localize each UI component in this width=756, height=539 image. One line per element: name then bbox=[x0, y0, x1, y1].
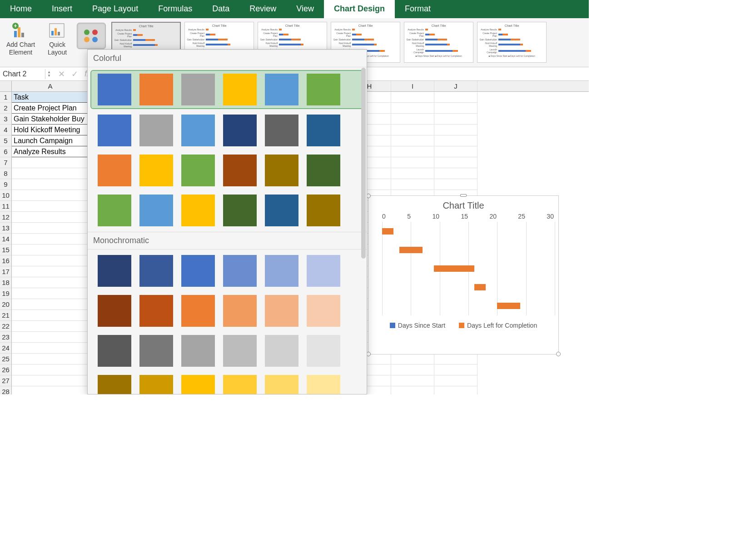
row-header[interactable]: 23 bbox=[0, 332, 12, 343]
color-scheme-option[interactable] bbox=[88, 372, 367, 394]
cell[interactable] bbox=[434, 354, 477, 364]
tab-insert[interactable]: Insert bbox=[42, 0, 82, 18]
chart-bar[interactable] bbox=[497, 303, 520, 309]
cell[interactable] bbox=[12, 299, 89, 310]
cell[interactable] bbox=[434, 103, 477, 114]
embedded-chart[interactable]: Chart Title 051015202530 Days Since Star… bbox=[368, 195, 559, 354]
cell[interactable] bbox=[12, 266, 89, 277]
cell[interactable] bbox=[12, 245, 89, 255]
row-header[interactable]: 13 bbox=[0, 223, 12, 234]
cell[interactable] bbox=[12, 223, 89, 234]
row-header[interactable]: 9 bbox=[0, 179, 12, 190]
cancel-formula-icon[interactable]: ✕ bbox=[58, 69, 65, 79]
row-header[interactable]: 12 bbox=[0, 212, 12, 223]
cell[interactable] bbox=[12, 212, 89, 223]
cell[interactable] bbox=[434, 364, 477, 375]
cell[interactable]: Gain Stakeholder Buy bbox=[12, 114, 89, 125]
col-header-A[interactable]: A bbox=[12, 81, 89, 91]
color-scheme-option[interactable] bbox=[88, 192, 367, 229]
row-header[interactable]: 6 bbox=[0, 146, 12, 157]
tab-data[interactable]: Data bbox=[202, 0, 239, 18]
cell[interactable] bbox=[434, 114, 477, 125]
row-header[interactable]: 14 bbox=[0, 234, 12, 245]
row-header[interactable]: 18 bbox=[0, 277, 12, 288]
row-header[interactable]: 17 bbox=[0, 266, 12, 277]
name-box[interactable]: Chart 2 bbox=[0, 69, 45, 79]
row-header[interactable]: 4 bbox=[0, 125, 12, 135]
cell[interactable] bbox=[12, 354, 89, 364]
cell[interactable] bbox=[434, 179, 477, 190]
row-header[interactable]: 15 bbox=[0, 245, 12, 255]
row-header[interactable]: 21 bbox=[0, 310, 12, 321]
cell[interactable] bbox=[391, 364, 434, 375]
chart-style-option[interactable]: Chart TitleAnalyze ResultsCreate Project… bbox=[477, 22, 547, 63]
cell[interactable] bbox=[12, 157, 89, 168]
select-all-corner[interactable] bbox=[0, 81, 12, 91]
add-chart-element-button[interactable]: + Add Chart Element bbox=[5, 21, 37, 57]
cell[interactable] bbox=[12, 179, 89, 190]
row-header[interactable]: 26 bbox=[0, 364, 12, 375]
cell[interactable]: Hold Kickoff Meeting bbox=[12, 125, 89, 135]
row-header[interactable]: 16 bbox=[0, 255, 12, 266]
chart-bar[interactable] bbox=[434, 265, 474, 272]
row-header[interactable]: 28 bbox=[0, 386, 12, 394]
color-scheme-option[interactable] bbox=[88, 112, 367, 149]
cell[interactable] bbox=[391, 168, 434, 179]
cell[interactable] bbox=[434, 375, 477, 386]
row-header[interactable]: 3 bbox=[0, 114, 12, 125]
cell[interactable] bbox=[434, 125, 477, 135]
color-scheme-option[interactable] bbox=[88, 292, 367, 329]
cell[interactable] bbox=[12, 190, 89, 201]
cell[interactable] bbox=[391, 103, 434, 114]
confirm-formula-icon[interactable]: ✓ bbox=[71, 69, 78, 79]
row-header[interactable]: 22 bbox=[0, 321, 12, 332]
row-header[interactable]: 2 bbox=[0, 103, 12, 114]
row-header[interactable]: 11 bbox=[0, 201, 12, 212]
color-scheme-option[interactable] bbox=[88, 332, 367, 369]
color-scheme-option[interactable] bbox=[88, 252, 367, 289]
namebox-spinner[interactable]: ▲▼ bbox=[45, 70, 53, 78]
cell[interactable] bbox=[434, 386, 477, 394]
cell[interactable] bbox=[391, 135, 434, 146]
cell[interactable] bbox=[391, 179, 434, 190]
cell[interactable] bbox=[434, 146, 477, 157]
cell[interactable] bbox=[391, 375, 434, 386]
row-header[interactable]: 8 bbox=[0, 168, 12, 179]
chart-bar[interactable] bbox=[474, 284, 486, 290]
cell[interactable]: Analyze Results bbox=[12, 146, 89, 157]
cell[interactable] bbox=[391, 354, 434, 364]
cell[interactable]: Task bbox=[12, 92, 89, 103]
chart-resize-handle[interactable] bbox=[556, 352, 561, 356]
row-header[interactable]: 19 bbox=[0, 288, 12, 299]
cell[interactable] bbox=[12, 288, 89, 299]
chart-title[interactable]: Chart Title bbox=[368, 196, 558, 213]
row-header[interactable]: 25 bbox=[0, 354, 12, 364]
color-scheme-option[interactable] bbox=[88, 152, 367, 189]
cell[interactable] bbox=[12, 321, 89, 332]
tab-format[interactable]: Format bbox=[395, 0, 441, 18]
chart-bar[interactable] bbox=[399, 247, 423, 253]
tab-view[interactable]: View bbox=[286, 0, 324, 18]
color-scheme-option[interactable] bbox=[90, 70, 364, 109]
row-header[interactable]: 10 bbox=[0, 190, 12, 201]
tab-review[interactable]: Review bbox=[239, 0, 286, 18]
cell[interactable] bbox=[391, 92, 434, 103]
cell[interactable] bbox=[12, 310, 89, 321]
cell[interactable] bbox=[12, 343, 89, 354]
tab-formulas[interactable]: Formulas bbox=[148, 0, 202, 18]
col-header-I[interactable]: I bbox=[391, 81, 434, 91]
row-header[interactable]: 27 bbox=[0, 375, 12, 386]
cell[interactable] bbox=[12, 168, 89, 179]
cell[interactable] bbox=[12, 375, 89, 386]
cell[interactable] bbox=[12, 386, 89, 394]
cell[interactable] bbox=[434, 157, 477, 168]
cell[interactable] bbox=[12, 332, 89, 343]
cell[interactable] bbox=[391, 157, 434, 168]
cell[interactable] bbox=[434, 135, 477, 146]
tab-page-layout[interactable]: Page Layout bbox=[82, 0, 148, 18]
cell[interactable] bbox=[434, 92, 477, 103]
cell[interactable] bbox=[391, 125, 434, 135]
cell[interactable] bbox=[391, 386, 434, 394]
cell[interactable] bbox=[12, 277, 89, 288]
row-header[interactable]: 5 bbox=[0, 135, 12, 146]
